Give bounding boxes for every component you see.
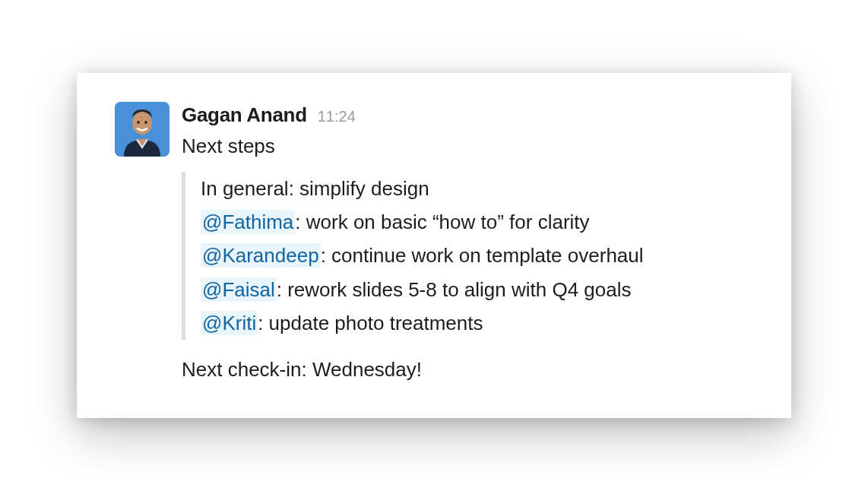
quote-task-line: @Faisal: rework slides 5-8 to align with…	[201, 273, 753, 306]
quote-task-line: @Karandeep: continue work on template ov…	[201, 239, 753, 272]
quote-block: In general: simplify design @Fathima: wo…	[182, 172, 753, 340]
mention-fathima[interactable]: @Fathima	[201, 210, 295, 234]
svg-point-3	[144, 121, 147, 124]
intro-text: Next steps	[182, 131, 753, 161]
task-text: : continue work on template overhaul	[321, 244, 644, 267]
quote-task-line: @Fathima: work on basic “how to” for cla…	[201, 205, 753, 239]
svg-point-2	[137, 121, 140, 124]
message-body: Next steps In general: simplify design @…	[182, 131, 753, 385]
task-text: : work on basic “how to” for clarity	[295, 211, 589, 233]
mention-karandeep[interactable]: @Karandeep	[201, 243, 321, 268]
author-name[interactable]: Gagan Anand	[182, 103, 307, 127]
message-content: Gagan Anand 11:24 Next steps In general:…	[182, 102, 753, 385]
footer-text: Next check-in: Wednesday!	[182, 355, 753, 385]
avatar-image	[115, 102, 169, 157]
task-text: : update photo treatments	[258, 312, 483, 334]
quote-task-line: @Kriti: update photo treatments	[201, 306, 753, 340]
quote-general-line: In general: simplify design	[201, 172, 753, 205]
message-card: Gagan Anand 11:24 Next steps In general:…	[77, 73, 791, 418]
avatar[interactable]	[115, 102, 169, 157]
message-container: Gagan Anand 11:24 Next steps In general:…	[115, 102, 753, 385]
message-header: Gagan Anand 11:24	[182, 103, 753, 127]
mention-faisal[interactable]: @Faisal	[201, 277, 277, 302]
mention-kriti[interactable]: @Kriti	[201, 311, 258, 335]
timestamp[interactable]: 11:24	[318, 108, 356, 125]
task-text: : rework slides 5-8 to align with Q4 goa…	[277, 278, 632, 301]
